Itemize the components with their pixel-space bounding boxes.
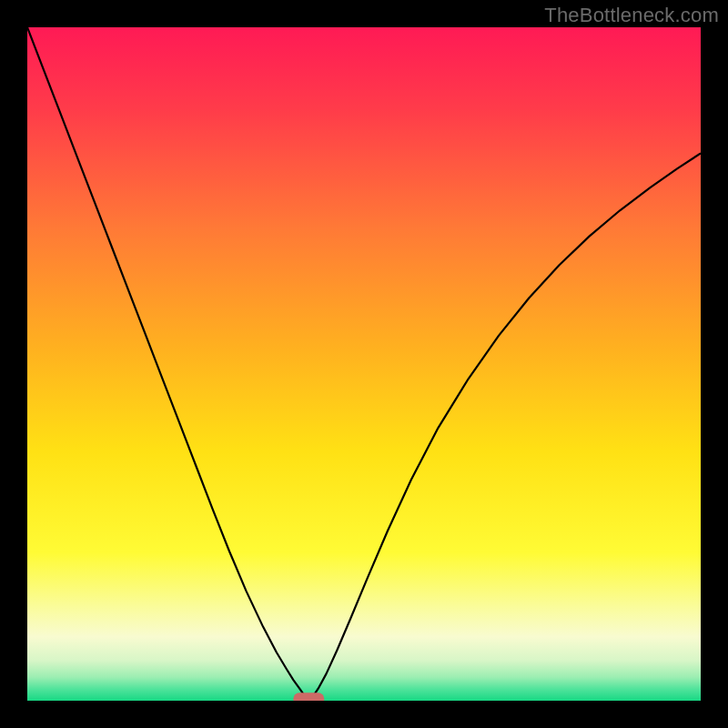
- watermark-text: TheBottleneck.com: [544, 4, 719, 27]
- minimum-marker: [293, 693, 324, 701]
- chart-frame: TheBottleneck.com: [0, 0, 728, 728]
- gradient-background: [27, 27, 701, 701]
- bottleneck-chart: [27, 27, 701, 701]
- plot-area: [27, 27, 701, 701]
